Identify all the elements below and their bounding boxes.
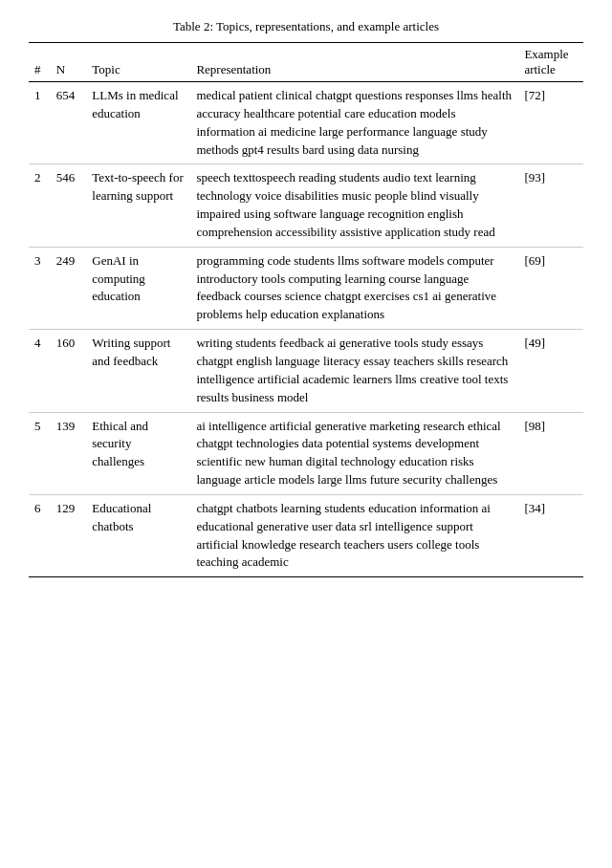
table-row: 5139Ethical and security challengesai in… [29,412,583,494]
cell-id: 6 [29,494,51,576]
col-header-example: Example article [518,43,583,82]
col-header-hash: # [29,43,51,82]
cell-id: 5 [29,412,51,494]
table-row: 2546Text-to-speech for learning supports… [29,164,583,247]
table-caption: Table 2: Topics, representations, and ex… [29,19,583,34]
cell-n: 160 [51,330,86,412]
cell-n: 249 [51,247,86,329]
cell-id: 2 [29,164,51,247]
col-header-representation: Representation [190,43,518,82]
cell-example: [69] [518,247,583,329]
table-row: 1654LLMs in medical educationmedical pat… [29,82,583,164]
cell-topic: Ethical and security challenges [86,412,190,494]
cell-representation: medical patient clinical chatgpt questio… [190,82,518,164]
cell-example: [98] [518,412,583,494]
cell-topic: GenAI in computing education [86,247,190,329]
cell-topic: Text-to-speech for learning support [86,164,190,247]
table-row: 3249GenAI in computing educationprogramm… [29,247,583,329]
cell-topic: Educational chatbots [86,494,190,576]
cell-representation: speech texttospeech reading students aud… [190,164,518,247]
cell-id: 4 [29,330,51,412]
cell-topic: Writing support and feedback [86,330,190,412]
table-row: 4160Writing support and feedbackwriting … [29,330,583,412]
table-row: 6129Educational chatbotschatgpt chatbots… [29,494,583,576]
cell-example: [72] [518,82,583,164]
cell-n: 129 [51,494,86,576]
cell-id: 3 [29,247,51,329]
cell-id: 1 [29,82,51,164]
table-header-row: # N Topic Representation Example article [29,43,583,82]
cell-representation: chatgpt chatbots learning students educa… [190,494,518,576]
cell-example: [34] [518,494,583,576]
cell-n: 654 [51,82,86,164]
col-header-topic: Topic [86,43,190,82]
col-header-n: N [51,43,86,82]
cell-topic: LLMs in medical education [86,82,190,164]
cell-example: [93] [518,164,583,247]
cell-representation: ai intelligence artificial generative ma… [190,412,518,494]
cell-representation: writing students feedback ai generative … [190,330,518,412]
cell-representation: programming code students llms software … [190,247,518,329]
cell-example: [49] [518,330,583,412]
cell-n: 546 [51,164,86,247]
cell-n: 139 [51,412,86,494]
data-table: # N Topic Representation Example article… [29,42,583,577]
